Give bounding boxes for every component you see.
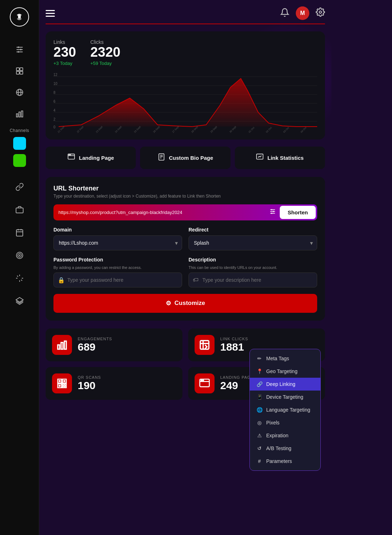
language-targeting-item[interactable]: 🌐 Language Targeting [250, 403, 320, 416]
link-clicks-icon-box [195, 335, 215, 355]
bar-chart-icon[interactable] [12, 107, 27, 121]
pixels-item[interactable]: ◎ Pixels [250, 416, 320, 429]
url-input-row: Shorten [53, 204, 317, 220]
device-targeting-item[interactable]: 📱 Device Targeting [250, 391, 320, 403]
svg-text:23 Sept: 23 Sept [96, 125, 103, 133]
parameters-item[interactable]: # Parameters [250, 455, 320, 468]
link-statistics-label: Link Statistics [267, 155, 304, 161]
target-icon[interactable] [12, 248, 27, 263]
pixels-icon: ◎ [256, 420, 263, 426]
grid-icon[interactable] [12, 64, 27, 78]
url-input[interactable] [58, 210, 265, 215]
tag-icon: 🏷 [193, 277, 198, 283]
deep-linking-icon: 🔗 [256, 381, 263, 387]
channel-cyan[interactable] [13, 137, 26, 150]
layers-icon[interactable] [12, 294, 27, 308]
customize-dropdown-menu: ✏ Meta Tags 📍 Geo Targeting 🔗 Deep Linki… [249, 349, 321, 471]
link-statistics-tab[interactable]: Link Statistics [235, 147, 325, 169]
chart-stats: Links 230 +3 Today Clicks 2320 +59 Today [53, 39, 317, 66]
customize-button[interactable]: ⚙ Customize [53, 294, 317, 313]
svg-point-1 [18, 16, 21, 19]
svg-point-6 [20, 49, 21, 50]
geo-targeting-icon: 📍 [256, 368, 263, 374]
svg-rect-17 [21, 111, 23, 117]
logo[interactable] [10, 7, 29, 39]
channel-green[interactable] [13, 154, 26, 167]
header: M [46, 0, 325, 24]
svg-point-63 [69, 154, 70, 155]
svg-rect-85 [62, 384, 64, 385]
shortener-subtitle: Type your destination, select (adjust ic… [53, 194, 317, 199]
user-avatar[interactable]: M [296, 6, 309, 20]
svg-rect-76 [58, 345, 60, 349]
svg-rect-10 [16, 71, 19, 74]
engagements-value: 689 [78, 341, 112, 353]
svg-point-64 [70, 154, 71, 155]
spinner-icon[interactable] [12, 271, 27, 285]
deep-linking-item[interactable]: 🔗 Deep Linking [250, 378, 320, 391]
svg-rect-88 [65, 386, 66, 388]
customize-gear-icon: ⚙ [166, 300, 171, 307]
language-targeting-icon: 🌐 [256, 407, 263, 413]
domain-group: Domain https://Lshop.com [53, 227, 182, 250]
domain-label: Domain [53, 227, 182, 233]
menu-button[interactable] [46, 10, 55, 17]
briefcase-icon[interactable] [12, 203, 27, 217]
customize-label: Customize [175, 300, 205, 307]
svg-rect-77 [61, 342, 63, 349]
ab-testing-item[interactable]: ↺ A/B Testing [250, 442, 320, 455]
main-content: M Links 230 +3 Today Clicks 2320 +59 Tod… [39, 0, 331, 535]
landing-clicks-icon-box [195, 373, 215, 393]
language-targeting-label: Language Targeting [266, 407, 310, 413]
shortener-title: URL Shortener [53, 185, 317, 192]
svg-rect-18 [16, 208, 23, 213]
pixels-label: Pixels [266, 420, 279, 426]
meta-tags-item[interactable]: ✏ Meta Tags [250, 352, 320, 365]
engagements-label: ENGAGEMENTS [78, 337, 112, 341]
svg-text:25 Sept: 25 Sept [134, 125, 141, 133]
svg-text:6: 6 [53, 100, 56, 103]
svg-rect-86 [65, 384, 66, 385]
expiration-item[interactable]: ⚠ Expiration [250, 429, 320, 442]
redirect-select[interactable]: Splash [189, 235, 317, 250]
adjust-icon[interactable] [269, 208, 276, 216]
description-label: Description [189, 257, 317, 263]
notification-bell-icon[interactable] [280, 8, 289, 19]
geo-targeting-item[interactable]: 📍 Geo Targeting [250, 365, 320, 378]
svg-line-28 [17, 276, 18, 277]
globe-icon[interactable] [12, 85, 27, 100]
header-right: M [280, 6, 325, 20]
description-input-wrap: 🏷 [189, 272, 317, 287]
link-icon[interactable] [12, 180, 27, 194]
redirect-select-wrap: Splash [189, 235, 317, 250]
svg-text:01 Oct: 01 Oct [248, 126, 255, 133]
domain-redirect-row: Domain https://Lshop.com Redirect Splash [53, 227, 317, 250]
calendar-icon[interactable] [12, 225, 27, 240]
ab-testing-icon: ↺ [256, 445, 263, 451]
redirect-label: Redirect [189, 227, 317, 233]
landing-page-icon [67, 153, 75, 163]
redirect-group: Redirect Splash [189, 227, 317, 250]
password-input[interactable] [53, 272, 182, 287]
shorten-button[interactable]: Shorten [280, 206, 316, 219]
settings-gear-icon[interactable] [316, 7, 325, 19]
custom-bio-tab[interactable]: Custom Bio Page [140, 147, 230, 169]
description-input[interactable] [189, 272, 317, 287]
landing-page-tab[interactable]: Landing Page [46, 147, 136, 169]
svg-rect-84 [59, 385, 61, 387]
svg-point-73 [271, 209, 272, 210]
links-today: +3 Today [53, 61, 76, 66]
device-targeting-label: Device Targeting [266, 394, 303, 400]
ab-testing-label: A/B Testing [266, 445, 292, 451]
svg-rect-8 [16, 68, 19, 71]
custom-bio-icon [158, 153, 165, 163]
domain-select-wrap: https://Lshop.com [53, 235, 182, 250]
svg-rect-15 [16, 114, 18, 117]
parameters-icon: # [256, 458, 263, 464]
description-sublabel: This can be used to identify URLs on you… [189, 265, 317, 270]
svg-rect-16 [19, 112, 20, 117]
links-stat-group: Links 230 +3 Today [53, 39, 76, 66]
domain-select[interactable]: https://Lshop.com [53, 235, 182, 250]
sidebar: Channels [0, 0, 39, 535]
sliders-icon[interactable] [12, 42, 27, 57]
